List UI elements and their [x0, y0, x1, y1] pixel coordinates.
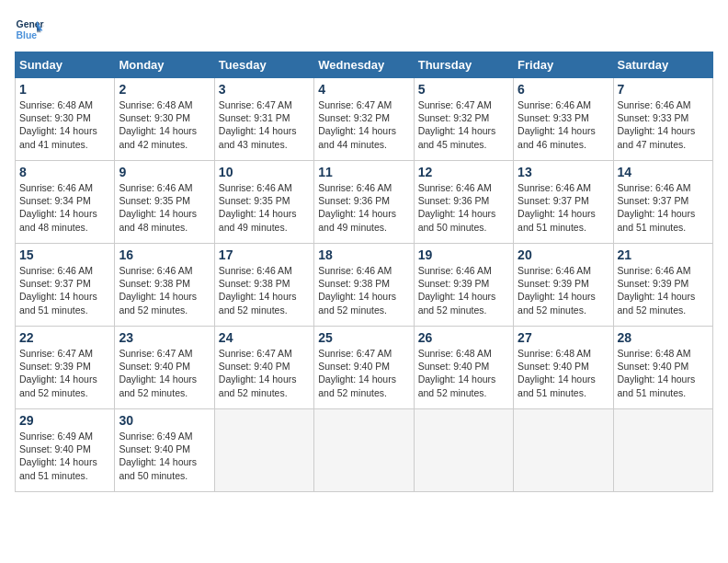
sunset-text: Sunset: 9:30 PM	[119, 112, 190, 123]
calendar-cell: 25Sunrise: 6:47 AMSunset: 9:40 PMDayligh…	[314, 327, 414, 409]
calendar-cell: 19Sunrise: 6:46 AMSunset: 9:39 PMDayligh…	[414, 244, 513, 327]
calendar-cell: 7Sunrise: 6:46 AMSunset: 9:33 PMDaylight…	[613, 78, 712, 161]
day-number: 17	[219, 247, 310, 262]
daylight-text: Daylight: 14 hours and 46 minutes.	[518, 125, 596, 149]
day-info: Sunrise: 6:47 AMSunset: 9:40 PMDaylight:…	[119, 347, 210, 399]
day-number: 3	[219, 82, 310, 97]
sunrise-text: Sunrise: 6:46 AM	[119, 182, 192, 193]
calendar-header-monday: Monday	[115, 52, 214, 78]
day-number: 14	[618, 165, 709, 179]
calendar-cell	[214, 409, 313, 492]
day-info: Sunrise: 6:46 AMSunset: 9:39 PMDaylight:…	[618, 264, 709, 316]
daylight-text: Daylight: 14 hours and 52 minutes.	[518, 291, 596, 315]
daylight-text: Daylight: 14 hours and 52 minutes.	[418, 291, 496, 315]
calendar-cell: 28Sunrise: 6:48 AMSunset: 9:40 PMDayligh…	[613, 327, 712, 409]
day-number: 1	[19, 82, 110, 97]
day-number: 4	[318, 82, 409, 97]
calendar-cell: 17Sunrise: 6:46 AMSunset: 9:38 PMDayligh…	[214, 244, 313, 327]
day-number: 28	[618, 330, 709, 345]
sunrise-text: Sunrise: 6:46 AM	[318, 182, 392, 193]
sunset-text: Sunset: 9:33 PM	[618, 112, 689, 123]
calendar-cell: 16Sunrise: 6:46 AMSunset: 9:38 PMDayligh…	[115, 244, 214, 327]
sunrise-text: Sunrise: 6:47 AM	[219, 348, 292, 359]
day-number: 11	[318, 165, 409, 179]
day-info: Sunrise: 6:48 AMSunset: 9:30 PMDaylight:…	[19, 98, 110, 151]
day-info: Sunrise: 6:46 AMSunset: 9:36 PMDaylight:…	[418, 181, 509, 234]
sunset-text: Sunset: 9:40 PM	[318, 361, 390, 372]
day-number: 25	[318, 330, 409, 345]
calendar-header-sunday: Sunday	[16, 52, 115, 78]
calendar-cell	[314, 409, 414, 492]
sunrise-text: Sunrise: 6:46 AM	[318, 265, 392, 276]
day-info: Sunrise: 6:47 AMSunset: 9:40 PMDaylight:…	[318, 347, 409, 399]
day-info: Sunrise: 6:49 AMSunset: 9:40 PMDaylight:…	[119, 430, 210, 482]
calendar-cell: 4Sunrise: 6:47 AMSunset: 9:32 PMDaylight…	[314, 78, 414, 161]
day-number: 7	[618, 82, 709, 97]
day-number: 19	[418, 247, 509, 262]
day-number: 29	[19, 413, 110, 428]
sunset-text: Sunset: 9:36 PM	[318, 195, 390, 206]
daylight-text: Daylight: 14 hours and 51 minutes.	[518, 208, 596, 232]
sunrise-text: Sunrise: 6:47 AM	[318, 99, 392, 110]
daylight-text: Daylight: 14 hours and 45 minutes.	[418, 125, 496, 149]
sunset-text: Sunset: 9:38 PM	[318, 278, 390, 289]
sunrise-text: Sunrise: 6:47 AM	[219, 99, 292, 110]
day-number: 6	[518, 82, 609, 97]
calendar-week-row: 8Sunrise: 6:46 AMSunset: 9:34 PMDaylight…	[16, 161, 713, 244]
sunset-text: Sunset: 9:37 PM	[19, 278, 91, 289]
day-info: Sunrise: 6:47 AMSunset: 9:32 PMDaylight:…	[318, 98, 409, 151]
daylight-text: Daylight: 14 hours and 52 minutes.	[219, 291, 297, 315]
svg-text:Blue: Blue	[17, 30, 38, 40]
calendar-header-row: SundayMondayTuesdayWednesdayThursdayFrid…	[16, 52, 713, 78]
sunrise-text: Sunrise: 6:48 AM	[119, 99, 192, 110]
day-info: Sunrise: 6:47 AMSunset: 9:40 PMDaylight:…	[219, 347, 310, 399]
sunset-text: Sunset: 9:40 PM	[119, 361, 190, 372]
calendar-cell: 15Sunrise: 6:46 AMSunset: 9:37 PMDayligh…	[16, 244, 115, 327]
day-info: Sunrise: 6:46 AMSunset: 9:37 PMDaylight:…	[19, 264, 110, 316]
sunset-text: Sunset: 9:35 PM	[119, 195, 190, 206]
calendar-week-row: 22Sunrise: 6:47 AMSunset: 9:39 PMDayligh…	[16, 327, 713, 409]
day-info: Sunrise: 6:46 AMSunset: 9:37 PMDaylight:…	[518, 181, 609, 234]
daylight-text: Daylight: 14 hours and 52 minutes.	[418, 373, 496, 397]
calendar-cell: 2Sunrise: 6:48 AMSunset: 9:30 PMDaylight…	[115, 78, 214, 161]
calendar-cell	[514, 409, 613, 492]
sunset-text: Sunset: 9:40 PM	[618, 361, 689, 372]
daylight-text: Daylight: 14 hours and 48 minutes.	[19, 208, 97, 232]
calendar-cell: 14Sunrise: 6:46 AMSunset: 9:37 PMDayligh…	[613, 161, 712, 244]
sunrise-text: Sunrise: 6:48 AM	[518, 348, 591, 359]
sunrise-text: Sunrise: 6:49 AM	[19, 431, 93, 442]
day-info: Sunrise: 6:47 AMSunset: 9:39 PMDaylight:…	[19, 347, 110, 399]
daylight-text: Daylight: 14 hours and 51 minutes.	[19, 456, 97, 480]
daylight-text: Daylight: 14 hours and 44 minutes.	[318, 125, 396, 149]
day-info: Sunrise: 6:46 AMSunset: 9:37 PMDaylight:…	[618, 181, 709, 234]
sunrise-text: Sunrise: 6:46 AM	[518, 182, 591, 193]
sunset-text: Sunset: 9:40 PM	[418, 361, 490, 372]
calendar-cell: 22Sunrise: 6:47 AMSunset: 9:39 PMDayligh…	[16, 327, 115, 409]
logo-icon: General Blue	[15, 15, 44, 44]
calendar-table: SundayMondayTuesdayWednesdayThursdayFrid…	[15, 52, 713, 492]
daylight-text: Daylight: 14 hours and 52 minutes.	[219, 373, 297, 397]
sunset-text: Sunset: 9:40 PM	[518, 361, 589, 372]
day-info: Sunrise: 6:49 AMSunset: 9:40 PMDaylight:…	[19, 430, 110, 482]
calendar-cell: 1Sunrise: 6:48 AMSunset: 9:30 PMDaylight…	[16, 78, 115, 161]
day-info: Sunrise: 6:48 AMSunset: 9:30 PMDaylight:…	[119, 98, 210, 151]
sunrise-text: Sunrise: 6:46 AM	[119, 265, 192, 276]
day-number: 18	[318, 247, 409, 262]
day-number: 22	[19, 330, 110, 345]
day-number: 10	[219, 165, 310, 179]
day-number: 21	[618, 247, 709, 262]
calendar-cell: 20Sunrise: 6:46 AMSunset: 9:39 PMDayligh…	[514, 244, 613, 327]
day-number: 27	[518, 330, 609, 345]
calendar-cell: 3Sunrise: 6:47 AMSunset: 9:31 PMDaylight…	[214, 78, 313, 161]
sunrise-text: Sunrise: 6:46 AM	[618, 265, 691, 276]
sunset-text: Sunset: 9:38 PM	[119, 278, 190, 289]
sunrise-text: Sunrise: 6:47 AM	[19, 348, 93, 359]
calendar-header-wednesday: Wednesday	[314, 52, 414, 78]
sunset-text: Sunset: 9:38 PM	[219, 278, 290, 289]
calendar-cell	[613, 409, 712, 492]
day-number: 2	[119, 82, 210, 97]
calendar-cell: 10Sunrise: 6:46 AMSunset: 9:35 PMDayligh…	[214, 161, 313, 244]
sunset-text: Sunset: 9:30 PM	[19, 112, 91, 123]
daylight-text: Daylight: 14 hours and 52 minutes.	[119, 291, 197, 315]
day-number: 26	[418, 330, 509, 345]
